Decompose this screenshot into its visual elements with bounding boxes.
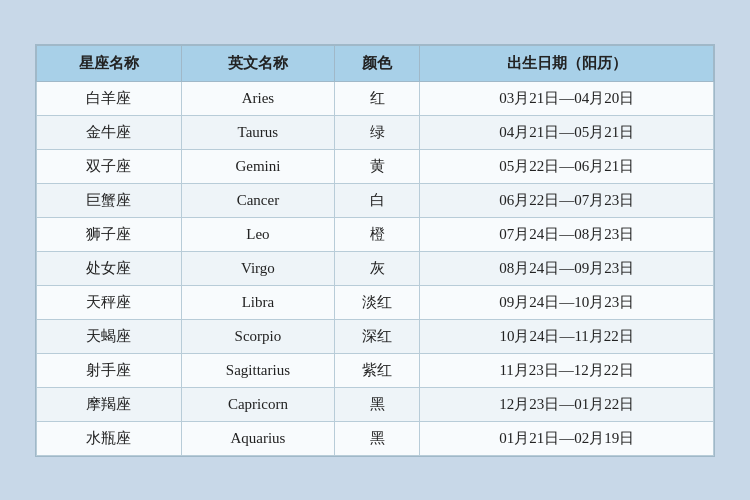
cell-color: 黑: [334, 387, 419, 421]
cell-dates: 12月23日—01月22日: [420, 387, 714, 421]
cell-chinese-name: 巨蟹座: [37, 183, 182, 217]
cell-color: 深红: [334, 319, 419, 353]
cell-dates: 09月24日—10月23日: [420, 285, 714, 319]
cell-color: 白: [334, 183, 419, 217]
cell-dates: 05月22日—06月21日: [420, 149, 714, 183]
table-row: 水瓶座Aquarius黑01月21日—02月19日: [37, 421, 714, 455]
table-row: 巨蟹座Cancer白06月22日—07月23日: [37, 183, 714, 217]
cell-dates: 06月22日—07月23日: [420, 183, 714, 217]
cell-color: 绿: [334, 115, 419, 149]
cell-chinese-name: 处女座: [37, 251, 182, 285]
cell-color: 紫红: [334, 353, 419, 387]
cell-english-name: Cancer: [181, 183, 334, 217]
table-row: 金牛座Taurus绿04月21日—05月21日: [37, 115, 714, 149]
cell-dates: 04月21日—05月21日: [420, 115, 714, 149]
cell-english-name: Aries: [181, 81, 334, 115]
cell-english-name: Libra: [181, 285, 334, 319]
cell-english-name: Leo: [181, 217, 334, 251]
cell-english-name: Aquarius: [181, 421, 334, 455]
table-row: 射手座Sagittarius紫红11月23日—12月22日: [37, 353, 714, 387]
cell-chinese-name: 摩羯座: [37, 387, 182, 421]
cell-english-name: Sagittarius: [181, 353, 334, 387]
cell-dates: 08月24日—09月23日: [420, 251, 714, 285]
cell-english-name: Taurus: [181, 115, 334, 149]
cell-color: 黑: [334, 421, 419, 455]
table-row: 狮子座Leo橙07月24日—08月23日: [37, 217, 714, 251]
cell-chinese-name: 金牛座: [37, 115, 182, 149]
cell-chinese-name: 狮子座: [37, 217, 182, 251]
zodiac-table-container: 星座名称 英文名称 颜色 出生日期（阳历） 白羊座Aries红03月21日—04…: [35, 44, 715, 457]
cell-chinese-name: 双子座: [37, 149, 182, 183]
table-row: 天秤座Libra淡红09月24日—10月23日: [37, 285, 714, 319]
table-row: 双子座Gemini黄05月22日—06月21日: [37, 149, 714, 183]
cell-color: 红: [334, 81, 419, 115]
cell-english-name: Gemini: [181, 149, 334, 183]
table-row: 处女座Virgo灰08月24日—09月23日: [37, 251, 714, 285]
cell-dates: 03月21日—04月20日: [420, 81, 714, 115]
cell-english-name: Capricorn: [181, 387, 334, 421]
table-body: 白羊座Aries红03月21日—04月20日金牛座Taurus绿04月21日—0…: [37, 81, 714, 455]
cell-color: 橙: [334, 217, 419, 251]
header-dates: 出生日期（阳历）: [420, 45, 714, 81]
cell-english-name: Virgo: [181, 251, 334, 285]
cell-color: 淡红: [334, 285, 419, 319]
cell-color: 黄: [334, 149, 419, 183]
cell-dates: 01月21日—02月19日: [420, 421, 714, 455]
zodiac-table: 星座名称 英文名称 颜色 出生日期（阳历） 白羊座Aries红03月21日—04…: [36, 45, 714, 456]
cell-chinese-name: 天秤座: [37, 285, 182, 319]
table-row: 白羊座Aries红03月21日—04月20日: [37, 81, 714, 115]
table-row: 天蝎座Scorpio深红10月24日—11月22日: [37, 319, 714, 353]
cell-english-name: Scorpio: [181, 319, 334, 353]
header-english-name: 英文名称: [181, 45, 334, 81]
header-color: 颜色: [334, 45, 419, 81]
table-row: 摩羯座Capricorn黑12月23日—01月22日: [37, 387, 714, 421]
cell-dates: 07月24日—08月23日: [420, 217, 714, 251]
cell-color: 灰: [334, 251, 419, 285]
cell-dates: 11月23日—12月22日: [420, 353, 714, 387]
cell-chinese-name: 天蝎座: [37, 319, 182, 353]
cell-dates: 10月24日—11月22日: [420, 319, 714, 353]
cell-chinese-name: 水瓶座: [37, 421, 182, 455]
header-chinese-name: 星座名称: [37, 45, 182, 81]
cell-chinese-name: 射手座: [37, 353, 182, 387]
cell-chinese-name: 白羊座: [37, 81, 182, 115]
table-header-row: 星座名称 英文名称 颜色 出生日期（阳历）: [37, 45, 714, 81]
